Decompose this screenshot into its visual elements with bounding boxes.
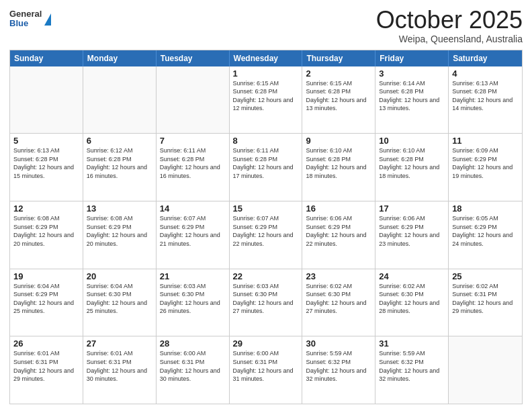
day-number: 6 [87,136,152,146]
weekday-header-saturday: Saturday [449,50,522,66]
empty-cell-0-0 [10,66,83,134]
day-info: Sunrise: 6:07 AM Sunset: 6:29 PM Dayligh… [233,214,299,248]
logo-general: General [9,9,42,19]
day-cell-16: 16Sunrise: 6:06 AM Sunset: 6:29 PM Dayli… [302,201,375,269]
day-info: Sunrise: 6:01 AM Sunset: 6:31 PM Dayligh… [87,349,152,383]
day-number: 1 [233,68,299,79]
calendar-row-1: 5Sunrise: 6:13 AM Sunset: 6:28 PM Daylig… [10,133,522,201]
header-right: October 2025 Weipa, Queensland, Australi… [376,7,523,44]
logo-blue: Blue [9,19,42,28]
day-number: 20 [87,271,152,281]
day-info: Sunrise: 6:13 AM Sunset: 6:28 PM Dayligh… [13,146,79,180]
day-number: 27 [87,338,152,349]
day-number: 8 [233,136,299,146]
location: Weipa, Queensland, Australia [376,34,523,44]
day-number: 18 [452,203,519,214]
day-info: Sunrise: 6:04 AM Sunset: 6:29 PM Dayligh… [13,282,79,316]
day-number: 21 [160,271,226,281]
day-number: 15 [233,203,299,214]
day-cell-13: 13Sunrise: 6:08 AM Sunset: 6:29 PM Dayli… [83,201,157,269]
day-info: Sunrise: 6:14 AM Sunset: 6:28 PM Dayligh… [379,79,445,113]
day-cell-22: 22Sunrise: 6:03 AM Sunset: 6:30 PM Dayli… [230,269,303,336]
day-number: 14 [160,203,226,214]
day-info: Sunrise: 6:02 AM Sunset: 6:30 PM Dayligh… [379,282,445,316]
day-number: 10 [379,136,445,146]
weekday-header-monday: Monday [83,50,157,66]
day-cell-20: 20Sunrise: 6:04 AM Sunset: 6:30 PM Dayli… [83,269,157,336]
day-cell-15: 15Sunrise: 6:07 AM Sunset: 6:29 PM Dayli… [230,201,303,269]
day-number: 3 [379,68,445,79]
day-cell-4: 4Sunrise: 6:13 AM Sunset: 6:28 PM Daylig… [449,66,522,134]
day-info: Sunrise: 6:06 AM Sunset: 6:29 PM Dayligh… [306,214,371,248]
day-number: 9 [306,136,371,146]
calendar-row-2: 12Sunrise: 6:08 AM Sunset: 6:29 PM Dayli… [10,201,522,269]
day-cell-2: 2Sunrise: 6:15 AM Sunset: 6:28 PM Daylig… [302,66,375,134]
day-cell-3: 3Sunrise: 6:14 AM Sunset: 6:28 PM Daylig… [375,66,449,134]
day-cell-19: 19Sunrise: 6:04 AM Sunset: 6:29 PM Dayli… [10,269,83,336]
calendar-row-3: 19Sunrise: 6:04 AM Sunset: 6:29 PM Dayli… [10,269,522,336]
weekday-header-friday: Friday [375,50,449,66]
day-number: 11 [452,136,519,146]
day-cell-30: 30Sunrise: 5:59 AM Sunset: 6:32 PM Dayli… [302,336,375,404]
day-info: Sunrise: 6:02 AM Sunset: 6:30 PM Dayligh… [306,282,371,316]
day-cell-26: 26Sunrise: 6:01 AM Sunset: 6:31 PM Dayli… [10,336,83,404]
day-cell-8: 8Sunrise: 6:11 AM Sunset: 6:28 PM Daylig… [230,134,303,201]
day-info: Sunrise: 6:00 AM Sunset: 6:31 PM Dayligh… [160,349,226,383]
day-number: 13 [87,203,152,214]
day-cell-27: 27Sunrise: 6:01 AM Sunset: 6:31 PM Dayli… [83,336,157,404]
page: General Blue October 2025 Weipa, Queensl… [0,0,532,411]
day-number: 31 [379,338,445,349]
day-number: 2 [306,68,371,79]
day-info: Sunrise: 6:15 AM Sunset: 6:28 PM Dayligh… [306,79,371,113]
day-info: Sunrise: 6:07 AM Sunset: 6:29 PM Dayligh… [160,214,226,248]
day-cell-24: 24Sunrise: 6:02 AM Sunset: 6:30 PM Dayli… [375,269,449,336]
empty-cell-0-2 [157,66,230,134]
day-cell-10: 10Sunrise: 6:10 AM Sunset: 6:28 PM Dayli… [375,134,449,201]
day-cell-28: 28Sunrise: 6:00 AM Sunset: 6:31 PM Dayli… [157,336,230,404]
day-cell-12: 12Sunrise: 6:08 AM Sunset: 6:29 PM Dayli… [10,201,83,269]
month-title: October 2025 [376,7,523,34]
day-info: Sunrise: 6:09 AM Sunset: 6:29 PM Dayligh… [452,146,519,180]
logo: General Blue [9,9,51,29]
day-info: Sunrise: 6:11 AM Sunset: 6:28 PM Dayligh… [160,146,226,180]
day-number: 4 [452,68,519,79]
day-number: 12 [13,203,79,214]
day-info: Sunrise: 6:10 AM Sunset: 6:28 PM Dayligh… [379,146,445,180]
day-info: Sunrise: 6:08 AM Sunset: 6:29 PM Dayligh… [13,214,79,248]
day-info: Sunrise: 6:08 AM Sunset: 6:29 PM Dayligh… [87,214,152,248]
day-info: Sunrise: 5:59 AM Sunset: 6:32 PM Dayligh… [306,349,371,383]
calendar-header: SundayMondayTuesdayWednesdayThursdayFrid… [10,50,522,66]
day-number: 23 [306,271,371,281]
day-info: Sunrise: 6:11 AM Sunset: 6:28 PM Dayligh… [233,146,299,180]
day-cell-14: 14Sunrise: 6:07 AM Sunset: 6:29 PM Dayli… [157,201,230,269]
day-cell-5: 5Sunrise: 6:13 AM Sunset: 6:28 PM Daylig… [10,134,83,201]
day-cell-31: 31Sunrise: 5:59 AM Sunset: 6:32 PM Dayli… [375,336,449,404]
day-info: Sunrise: 5:59 AM Sunset: 6:32 PM Dayligh… [379,349,445,383]
day-number: 26 [13,338,79,349]
day-info: Sunrise: 6:13 AM Sunset: 6:28 PM Dayligh… [452,79,519,113]
day-cell-7: 7Sunrise: 6:11 AM Sunset: 6:28 PM Daylig… [157,134,230,201]
day-number: 19 [13,271,79,281]
day-cell-9: 9Sunrise: 6:10 AM Sunset: 6:28 PM Daylig… [302,134,375,201]
weekday-header-thursday: Thursday [302,50,375,66]
day-cell-21: 21Sunrise: 6:03 AM Sunset: 6:30 PM Dayli… [157,269,230,336]
day-info: Sunrise: 6:04 AM Sunset: 6:30 PM Dayligh… [87,282,152,316]
calendar: SundayMondayTuesdayWednesdayThursdayFrid… [9,50,523,404]
calendar-row-4: 26Sunrise: 6:01 AM Sunset: 6:31 PM Dayli… [10,336,522,404]
day-info: Sunrise: 6:01 AM Sunset: 6:31 PM Dayligh… [13,349,79,383]
day-cell-1: 1Sunrise: 6:15 AM Sunset: 6:28 PM Daylig… [230,66,303,134]
weekday-header-wednesday: Wednesday [230,50,303,66]
day-number: 25 [452,271,519,281]
day-number: 16 [306,203,371,214]
day-info: Sunrise: 6:15 AM Sunset: 6:28 PM Dayligh… [233,79,299,113]
day-cell-6: 6Sunrise: 6:12 AM Sunset: 6:28 PM Daylig… [83,134,157,201]
day-info: Sunrise: 6:00 AM Sunset: 6:31 PM Dayligh… [233,349,299,383]
day-number: 22 [233,271,299,281]
day-number: 17 [379,203,445,214]
logo-text: General Blue [9,9,42,29]
day-info: Sunrise: 6:12 AM Sunset: 6:28 PM Dayligh… [87,146,152,180]
logo-triangle-icon [44,13,51,26]
header: General Blue October 2025 Weipa, Queensl… [9,7,523,44]
day-cell-29: 29Sunrise: 6:00 AM Sunset: 6:31 PM Dayli… [230,336,303,404]
day-info: Sunrise: 6:10 AM Sunset: 6:28 PM Dayligh… [306,146,371,180]
